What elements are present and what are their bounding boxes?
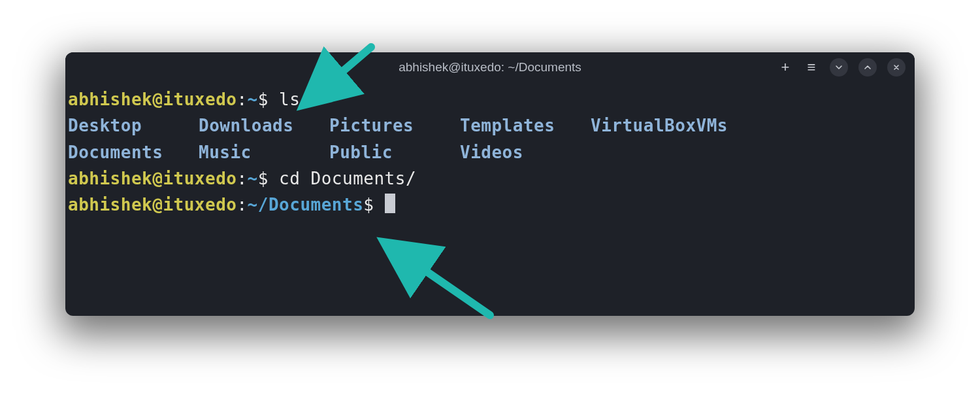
chevron-down-icon [835, 63, 843, 71]
prompt-symbol: $ [258, 169, 279, 188]
prompt-path: ~ [248, 169, 258, 188]
prompt-colon: : [237, 195, 247, 214]
chevron-up-icon [864, 63, 872, 71]
titlebar: abhishek@ituxedo: ~/Documents + ≡ [65, 52, 915, 82]
terminal-body[interactable]: abhishek@ituxedo:~$ ls DesktopDownloadsP… [65, 82, 915, 316]
directory-entry: Downloads [199, 112, 329, 139]
prompt-path: ~/Documents [248, 195, 364, 214]
cursor [385, 194, 395, 213]
user-host: abhishek@ituxedo [68, 195, 237, 214]
menu-button[interactable]: ≡ [804, 60, 819, 75]
window-title: abhishek@ituxedo: ~/Documents [399, 60, 581, 75]
ls-row: DesktopDownloadsPicturesTemplatesVirtual… [68, 112, 907, 139]
prompt-line-1: abhishek@ituxedo:~$ ls [65, 86, 915, 112]
prompt-symbol: $ [363, 195, 384, 214]
directory-entry [591, 139, 774, 165]
close-icon [892, 63, 900, 71]
prompt-line-2: abhishek@ituxedo:~$ cd Documents/ [65, 165, 915, 192]
prompt-path: ~ [248, 90, 258, 109]
prompt-symbol: $ [258, 90, 279, 109]
minimize-button[interactable] [830, 58, 848, 77]
ls-output: DesktopDownloadsPicturesTemplatesVirtual… [65, 112, 915, 165]
maximize-button[interactable] [858, 58, 877, 77]
user-host: abhishek@ituxedo [68, 90, 237, 109]
directory-entry: Videos [460, 139, 591, 165]
prompt-colon: : [237, 90, 247, 109]
new-tab-button[interactable]: + [777, 60, 793, 75]
command-text: ls [279, 90, 300, 109]
ls-row: DocumentsMusicPublicVideos [68, 139, 907, 165]
close-button[interactable] [887, 58, 906, 77]
prompt-line-3: abhishek@ituxedo:~/Documents$ [65, 192, 915, 218]
user-host: abhishek@ituxedo [68, 169, 237, 188]
directory-entry: Public [329, 139, 460, 165]
directory-entry: VirtualBoxVMs [591, 112, 774, 139]
directory-entry: Templates [460, 112, 591, 139]
titlebar-controls: + ≡ [777, 58, 906, 77]
directory-entry: Pictures [329, 112, 460, 139]
directory-entry: Desktop [68, 112, 199, 139]
command-text: cd Documents/ [279, 169, 416, 188]
terminal-window: abhishek@ituxedo: ~/Documents + ≡ abhish… [65, 52, 915, 316]
prompt-colon: : [237, 169, 247, 188]
directory-entry: Documents [68, 139, 199, 165]
directory-entry: Music [199, 139, 329, 165]
